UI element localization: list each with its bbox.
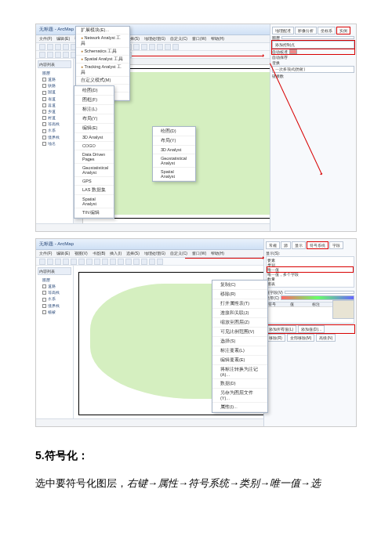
m-item[interactable]: 绘图(D) — [153, 127, 195, 136]
menu-view[interactable]: 视图(V) — [74, 251, 88, 256]
preview-thumb — [332, 300, 354, 319]
panel-tab[interactable]: 地理配准 — [272, 27, 294, 34]
table-of-contents[interactable]: 内容列表 图层 道路 铁路 国道 省道 县道 乡道 村道 等高线 水系 境界线 … — [36, 59, 74, 223]
m-item[interactable]: Geostatistical Analyst — [153, 154, 195, 168]
menu-edit[interactable]: 编辑(E) — [56, 36, 70, 42]
toc-layers-group[interactable]: 图层 — [38, 70, 71, 76]
tb-item[interactable]: 3D Analyst — [74, 133, 114, 142]
window-title: 无标题 - ArcMap — [39, 27, 74, 31]
section-heading: 5.符号化： — [35, 449, 357, 463]
tb-item[interactable]: LAS 数据集 — [74, 186, 114, 195]
tb-item[interactable]: 编辑(E) — [74, 124, 114, 133]
ctx-item[interactable]: 移除(R) — [212, 290, 267, 299]
toc-item: 乡道 — [38, 108, 71, 114]
menu-item[interactable]: 自定义模式(M) — [76, 77, 129, 85]
menu-file[interactable]: 文件(F) — [39, 251, 52, 256]
menu-help[interactable]: 帮助(H) — [211, 251, 224, 256]
menu-geoproc[interactable]: 地理处理(G) — [144, 36, 165, 42]
add-control-point[interactable]: 添加控制点 — [272, 41, 354, 49]
toc-item: 县道 — [38, 102, 71, 108]
menu-geoproc[interactable]: 地理处理(G) — [144, 251, 165, 256]
tb-item[interactable]: Data Driven Pages — [74, 150, 114, 164]
menu-bookmarks[interactable]: 书签(B) — [93, 251, 106, 256]
toc-item: 铁路 — [38, 82, 71, 89]
remove-btn[interactable]: 移除(R) — [266, 334, 285, 342]
georef-panel[interactable]: 地理配准 影像分析 坐标系 实例 图层 添加控制点 自动校准 自动保存 变换 一… — [270, 24, 356, 231]
menu-select[interactable]: 选择(S) — [126, 251, 140, 256]
tb-item[interactable]: Spatial Analyst — [74, 195, 114, 208]
ctx-item[interactable]: 标注要素(L) — [212, 346, 267, 356]
ctx-item[interactable]: 缩放至图层(Z) — [212, 318, 267, 328]
remove-all-btn[interactable]: 全部移除(M) — [287, 334, 315, 342]
transform-dropdown[interactable]: 一次多项式(仿射) — [272, 66, 354, 73]
ctx-item[interactable]: 将标注转换为注记(A)... — [212, 365, 267, 379]
tb-item[interactable]: TIN 编辑 — [74, 208, 114, 218]
ptab[interactable]: 源 — [281, 241, 291, 249]
symbology-panel[interactable]: 常规 源 显示 符号系统 字段 显示(S): 要素 类别 唯一值 唯一值，多个字… — [263, 239, 356, 426]
menu-window[interactable]: 窗口(W) — [192, 36, 206, 42]
tb-item[interactable]: 标注(L) — [74, 105, 114, 114]
tb-item[interactable]: Geostatistical Analyst — [74, 164, 114, 177]
panel-tab[interactable]: 坐标系 — [318, 27, 336, 34]
ext-item[interactable]: Network Analyst 工具 — [76, 34, 129, 48]
para-a: 选中要符号化图层， — [35, 477, 127, 489]
menu-edit[interactable]: 编辑(E) — [56, 251, 70, 256]
add-values[interactable]: 添加值(D)... — [298, 325, 325, 333]
toc-item: 地名 — [38, 140, 71, 147]
ctx-item[interactable]: 数据(D) — [212, 379, 267, 389]
ext-item[interactable]: Tracking Analyst 工具 — [76, 63, 129, 77]
ctx-item[interactable]: 另存为图层文件(Y)... — [212, 389, 267, 403]
menu-window[interactable]: 窗口(W) — [192, 251, 206, 256]
menu-ext-heading[interactable]: 扩展模块(E)... — [76, 27, 129, 34]
menu-file[interactable]: 文件(F) — [39, 36, 52, 42]
layer-context-menu[interactable]: 复制(C) 移除(R) 打开属性表(T) 连接和关联(J) 缩放至图层(Z) 可… — [212, 280, 268, 413]
layer-dropdown[interactable] — [281, 36, 354, 39]
panel-tab-active[interactable]: 实例 — [336, 27, 350, 34]
tb-item[interactable]: 布局(Y) — [74, 114, 114, 124]
color-swatch[interactable] — [289, 49, 297, 54]
callout-arrow-1 — [132, 56, 263, 56]
lbl-layer: 图层 — [272, 35, 280, 40]
value-field-dropdown[interactable] — [285, 291, 354, 294]
menu-insert[interactable]: 插入(I) — [110, 251, 122, 256]
ctx-item[interactable]: 编辑要素(E) — [212, 356, 267, 365]
ptab[interactable]: 显示 — [292, 241, 306, 249]
instruction-paragraph: 选中要符号化图层，右键→属性→符号系统→类别→唯一值→选 — [35, 474, 357, 492]
table-of-contents[interactable]: 内容列表 图层 道路 等高线 水系 境界线 植被 — [36, 266, 74, 418]
toc-item: 道路 — [38, 76, 71, 82]
m-item[interactable]: Spatial Analyst — [153, 168, 195, 181]
show-label: 显示(S): — [266, 251, 354, 255]
m-item[interactable]: 3D Analyst — [153, 146, 195, 154]
advanced-btn[interactable]: 高级(N) — [316, 334, 336, 342]
ctx-item[interactable]: 复制(C) — [212, 281, 267, 290]
toc-item: 道路 — [38, 283, 71, 289]
ext-item[interactable]: Schematics 工具 — [76, 48, 129, 56]
tb-item[interactable]: 绘图(D) — [74, 86, 114, 96]
ptab-symbology[interactable]: 符号系统 — [307, 241, 328, 249]
m-item[interactable]: 布局(Y) — [153, 136, 195, 146]
tb-item[interactable]: COGO — [74, 142, 114, 150]
tb-item[interactable]: GPS — [74, 177, 114, 186]
ctx-item[interactable]: 可见比例范围(V) — [212, 328, 267, 337]
ext-item[interactable]: Spatial Analyst 工具 — [76, 56, 129, 63]
add-all-values[interactable]: 添加所有值(L) — [266, 325, 296, 333]
ctx-item[interactable]: 打开属性表(T) — [212, 299, 267, 309]
tb-item[interactable]: 图框(F) — [74, 96, 114, 105]
analysis-menu[interactable]: 绘图(D) 布局(Y) 3D Analyst Geostatistical An… — [152, 126, 196, 182]
ctx-item[interactable]: 连接和关联(J) — [212, 309, 267, 318]
submenu-toolbars[interactable]: 绘图(D) 图框(F) 标注(L) 布局(Y) 编辑(E) 3D Analyst… — [74, 85, 114, 219]
ptab[interactable]: 常规 — [266, 241, 280, 249]
ctx-item[interactable]: 属性(I)... — [212, 403, 267, 412]
ctx-item[interactable]: 选择(S) — [212, 337, 267, 346]
menu-customize[interactable]: 自定义(C) — [170, 251, 187, 256]
lbl-trans: 变换 — [272, 60, 280, 65]
ptab[interactable]: 字段 — [329, 241, 343, 249]
menu-help[interactable]: 帮助(H) — [211, 36, 224, 42]
lbl-links: 链接数 — [272, 74, 284, 78]
menu-customize[interactable]: 自定义(C) — [170, 36, 187, 42]
toc-item: 村道 — [38, 114, 71, 121]
toc-item: 境界线 — [38, 302, 71, 309]
toc-header: 内容列表 — [38, 60, 71, 68]
cat-item[interactable]: 图表 — [267, 281, 353, 286]
panel-tab[interactable]: 影像分析 — [295, 27, 317, 34]
